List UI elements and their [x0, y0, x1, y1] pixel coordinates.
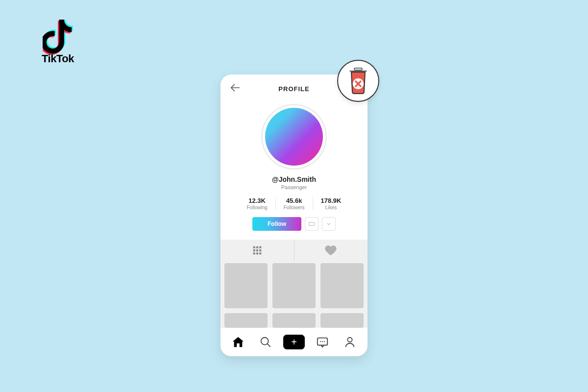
nav-home[interactable]: [228, 332, 248, 352]
tiktok-logo: TikTok: [42, 20, 74, 65]
stats-row: 12.3K Following 45.6k Followers 178.9K L…: [220, 197, 368, 210]
svg-point-14: [322, 341, 323, 342]
content-grid: [220, 261, 368, 328]
svg-rect-8: [256, 252, 258, 254]
nav-create[interactable]: +: [283, 335, 305, 349]
username: @John.Smith: [220, 175, 368, 183]
avatar-container: [220, 104, 368, 170]
user-subtitle: Passenger: [220, 184, 368, 190]
actions-row: Follow: [220, 217, 368, 231]
content-tabs: [220, 240, 368, 261]
svg-rect-3: [259, 246, 261, 248]
tab-likes[interactable]: [294, 240, 368, 261]
video-thumbnail[interactable]: [224, 263, 268, 308]
video-thumbnail[interactable]: [272, 263, 316, 308]
inbox-icon: [316, 336, 329, 348]
stat-following[interactable]: 12.3K Following: [239, 197, 275, 210]
nav-search[interactable]: [256, 332, 275, 352]
bottom-nav: +: [220, 328, 368, 356]
video-thumbnail[interactable]: [272, 313, 316, 328]
nav-profile[interactable]: [340, 332, 360, 352]
video-thumbnail[interactable]: [320, 313, 364, 328]
profile-icon: [343, 336, 356, 348]
svg-point-15: [324, 341, 325, 342]
likes-value: 178.9K: [321, 197, 342, 204]
heart-icon: [325, 245, 337, 256]
likes-label: Likes: [321, 205, 342, 210]
delete-badge[interactable]: [337, 60, 379, 102]
svg-rect-5: [256, 249, 258, 251]
tiktok-note-icon: [43, 20, 73, 55]
nav-inbox[interactable]: [313, 332, 332, 352]
svg-rect-1: [253, 246, 255, 248]
svg-rect-2: [256, 246, 258, 248]
chevron-down-icon: [325, 220, 332, 227]
svg-rect-0: [309, 222, 315, 226]
follow-button[interactable]: Follow: [252, 217, 301, 231]
tab-grid[interactable]: [220, 240, 294, 261]
svg-line-11: [268, 344, 270, 347]
stat-likes[interactable]: 178.9K Likes: [313, 197, 349, 210]
following-value: 12.3K: [247, 197, 268, 204]
video-thumbnail[interactable]: [224, 313, 268, 328]
message-icon: [308, 220, 315, 227]
svg-rect-7: [253, 252, 255, 254]
svg-point-13: [320, 341, 321, 342]
avatar-ring: [261, 104, 327, 170]
svg-rect-17: [354, 68, 362, 70]
grid-icon: [252, 245, 262, 255]
phone-frame: PROFILE @John.Smith Passenger 12.3K Foll…: [220, 74, 368, 356]
search-icon: [259, 336, 272, 348]
back-button[interactable]: [230, 83, 240, 94]
svg-rect-4: [253, 249, 255, 251]
video-thumbnail[interactable]: [320, 263, 364, 308]
following-label: Following: [247, 205, 268, 210]
page-title: PROFILE: [278, 85, 309, 93]
stat-followers[interactable]: 45.6k Followers: [275, 197, 313, 210]
tiktok-wordmark: TikTok: [42, 52, 74, 65]
plus-icon: +: [291, 337, 297, 348]
followers-value: 45.6k: [284, 197, 305, 204]
svg-rect-6: [259, 249, 261, 251]
more-button[interactable]: [322, 217, 336, 231]
home-icon: [232, 336, 245, 348]
avatar[interactable]: [265, 108, 323, 166]
followers-label: Followers: [284, 205, 305, 210]
user-info: @John.Smith Passenger: [220, 175, 368, 190]
message-button[interactable]: [305, 217, 318, 231]
svg-rect-9: [259, 252, 261, 254]
trash-icon: [346, 67, 370, 95]
svg-point-16: [347, 338, 352, 342]
back-arrow-icon: [230, 83, 240, 92]
